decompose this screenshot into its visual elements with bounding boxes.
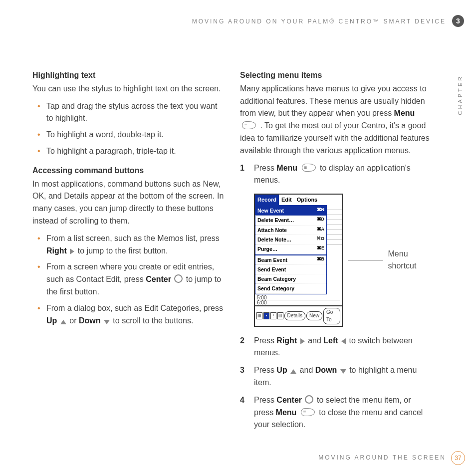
paragraph: In most applications, command buttons su… bbox=[32, 178, 225, 228]
pda-menu-item: Send Category bbox=[255, 284, 326, 293]
step-4: 4 Press Center to select the menu item, … bbox=[240, 394, 433, 431]
key-down: Down bbox=[315, 366, 337, 374]
left-column: Highlighting text You can use the stylus… bbox=[32, 67, 225, 436]
text: Press bbox=[254, 336, 276, 345]
text: and bbox=[300, 366, 315, 374]
down-arrow-icon bbox=[104, 320, 110, 324]
down-arrow-icon bbox=[340, 369, 346, 374]
text: From a dialog box, such as Edit Categori… bbox=[46, 304, 223, 312]
step-number: 4 bbox=[240, 394, 248, 431]
pda-time-row: 5:00 bbox=[257, 295, 340, 300]
pda-menu-item: Beam Category bbox=[255, 274, 326, 284]
numbered-list: 1 Press Menu to display an application's… bbox=[240, 162, 433, 187]
key-right: Right bbox=[46, 246, 67, 255]
pda-view-toggle-icon: ▦ bbox=[256, 312, 262, 319]
bullet-item: To highlight a paragraph, triple-tap it. bbox=[46, 145, 225, 158]
menu-button-icon bbox=[301, 408, 315, 416]
pda-menu-item: Purge…⌘E bbox=[255, 244, 326, 254]
pda-menu-item: New Event⌘N bbox=[255, 206, 326, 216]
pda-view-toggle-icon: • bbox=[263, 312, 269, 319]
pda-time-row: 6:00 bbox=[257, 300, 340, 305]
pda-menu-item: Delete Note…⌘O bbox=[255, 235, 326, 244]
pda-screen: Record Edit Options New Event⌘N Delete E… bbox=[254, 194, 343, 326]
text: and bbox=[308, 336, 323, 345]
bullet-item: Tap and drag the stylus across the text … bbox=[46, 100, 225, 125]
bullet-item: To highlight a word, double-tap it. bbox=[46, 129, 225, 141]
screenshot-illustration: Record Edit Options New Event⌘N Delete E… bbox=[254, 194, 433, 326]
right-column: Selecting menu items Many applications h… bbox=[240, 67, 433, 436]
step-body: Press Right and Left to switch between m… bbox=[254, 335, 433, 360]
step-1: 1 Press Menu to display an application's… bbox=[240, 162, 433, 187]
menu-button-icon bbox=[242, 121, 256, 129]
numbered-list: 2 Press Right and Left to switch between… bbox=[240, 335, 433, 432]
key-up: Up bbox=[276, 366, 287, 374]
step-body: Press Menu to display an application's m… bbox=[254, 162, 433, 187]
up-arrow-icon bbox=[290, 369, 296, 374]
key-center: Center bbox=[146, 275, 171, 283]
center-circle-icon bbox=[305, 395, 313, 404]
step-number: 2 bbox=[240, 335, 248, 360]
text: or bbox=[69, 316, 79, 325]
key-left: Left bbox=[323, 336, 338, 345]
pda-bottom-bar: ▦ • ⋮ ▤ Details New Go To bbox=[255, 305, 342, 326]
chapter-number-badge: 3 bbox=[452, 15, 464, 27]
pda-menubar: Record Edit Options bbox=[255, 195, 342, 205]
pda-details-button: Details bbox=[284, 311, 306, 320]
callout-label: Menu shortcut bbox=[388, 248, 433, 273]
pda-time-slots: 5:00 6:00 bbox=[255, 294, 342, 305]
pda-tab-options: Options bbox=[294, 195, 320, 205]
pda-new-button: New bbox=[306, 311, 322, 320]
page-number-badge: 37 bbox=[451, 451, 465, 465]
menu-button-icon bbox=[302, 164, 316, 172]
text: Press bbox=[254, 366, 276, 374]
key-down: Down bbox=[79, 316, 101, 325]
heading-selecting-menu-items: Selecting menu items bbox=[240, 69, 433, 82]
text: Press bbox=[254, 396, 276, 404]
running-footer: MOVING AROUND THE SCREEN bbox=[318, 454, 446, 461]
heading-highlighting-text: Highlighting text bbox=[32, 69, 225, 82]
step-number: 1 bbox=[240, 162, 248, 187]
pda-tab-edit: Edit bbox=[279, 195, 294, 205]
pda-view-toggle-icon: ▤ bbox=[277, 312, 283, 319]
text: to scroll to the buttons. bbox=[113, 316, 193, 325]
step-body: Press Center to select the menu item, or… bbox=[254, 394, 433, 431]
key-menu: Menu bbox=[276, 164, 297, 172]
bullet-list: From a list screen, such as the Memos li… bbox=[32, 233, 225, 327]
right-arrow-icon bbox=[70, 248, 74, 254]
pda-menu-item: Send Event bbox=[255, 265, 326, 274]
running-header: MOVING AROUND ON YOUR PALM® CENTRO™ SMAR… bbox=[192, 18, 446, 25]
step-3: 3 Press Up and Down to highlight a menu … bbox=[240, 364, 433, 389]
key-right: Right bbox=[276, 336, 297, 345]
pda-dropdown: New Event⌘N Delete Event…⌘D Attach Note⌘… bbox=[255, 205, 327, 294]
bullet-item: From a list screen, such as the Memos li… bbox=[46, 233, 225, 257]
pda-goto-button: Go To bbox=[323, 308, 340, 324]
pda-tab-record: Record bbox=[255, 195, 279, 205]
center-circle-icon bbox=[174, 274, 183, 283]
key-up: Up bbox=[46, 316, 57, 325]
up-arrow-icon bbox=[60, 320, 66, 324]
pda-menu-item: Beam Event⌘B bbox=[255, 255, 326, 265]
pda-view-toggle-icon: ⋮ bbox=[270, 312, 276, 319]
key-menu: Menu bbox=[276, 408, 297, 417]
bullet-item: From a dialog box, such as Edit Categori… bbox=[46, 302, 225, 327]
key-menu: Menu bbox=[394, 109, 415, 117]
pda-menu-item: Delete Event…⌘D bbox=[255, 216, 326, 225]
left-arrow-icon bbox=[341, 338, 346, 344]
right-arrow-icon bbox=[300, 338, 305, 344]
text: . To get the most out of your Centro, it… bbox=[240, 121, 430, 155]
callout-pointer bbox=[348, 260, 383, 260]
step-number: 3 bbox=[240, 364, 248, 389]
key-center: Center bbox=[276, 396, 302, 404]
heading-accessing-command-buttons: Accessing command buttons bbox=[32, 165, 225, 177]
paragraph: Many applications have menus to give you… bbox=[240, 83, 433, 157]
step-body: Press Up and Down to highlight a menu it… bbox=[254, 364, 433, 389]
text: to jump to the first button. bbox=[78, 246, 168, 255]
paragraph: You can use the stylus to highlight text… bbox=[32, 83, 225, 95]
chapter-vertical-label: CHAPTER bbox=[457, 75, 463, 115]
text: Press bbox=[254, 164, 276, 172]
bullet-item: From a screen where you create or edit e… bbox=[46, 261, 225, 298]
step-2: 2 Press Right and Left to switch between… bbox=[240, 335, 433, 360]
text: From a list screen, such as the Memos li… bbox=[46, 234, 220, 242]
pda-menu-item: Attach Note⌘A bbox=[255, 226, 326, 235]
bullet-list: Tap and drag the stylus across the text … bbox=[32, 100, 225, 158]
